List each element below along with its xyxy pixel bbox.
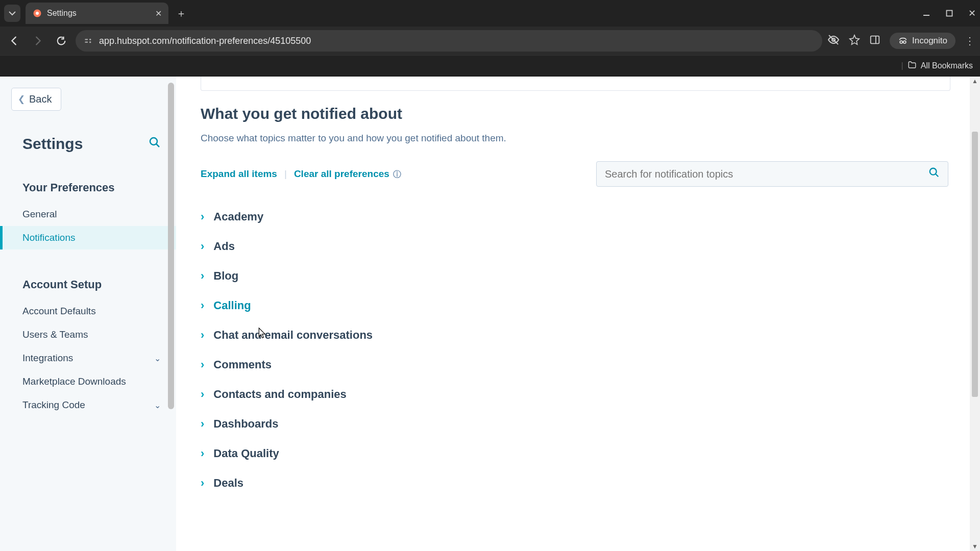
sidebar-item-marketplace-downloads[interactable]: Marketplace Downloads [0, 370, 176, 393]
search-icon[interactable] [928, 167, 940, 181]
svg-line-18 [936, 174, 939, 177]
search-input[interactable] [605, 168, 928, 180]
action-row: Expand all items | Clear all preferences… [201, 161, 948, 187]
topic-list: › Academy › Ads › Blog › Calling › Chat … [201, 202, 954, 498]
forward-nav-icon[interactable] [29, 32, 47, 50]
chevron-right-icon: › [201, 417, 204, 431]
svg-point-12 [900, 41, 902, 43]
sidebar-item-general[interactable]: General [0, 203, 176, 226]
account-setup-header: Account Setup [0, 278, 176, 291]
sidebar-item-account-defaults[interactable]: Account Defaults [0, 299, 176, 323]
sidebar-item-label: Users & Teams [22, 329, 88, 340]
svg-rect-3 [947, 11, 952, 16]
chevron-right-icon: › [201, 477, 204, 490]
svg-rect-5 [85, 42, 88, 43]
chevron-down-icon: ⌄ [154, 354, 161, 363]
side-panel-icon[interactable] [869, 34, 880, 47]
new-tab-button[interactable]: ＋ [173, 5, 190, 22]
topic-contacts-companies[interactable]: › Contacts and companies [201, 380, 954, 409]
hide-eye-icon[interactable] [827, 34, 840, 48]
page-subheading: Choose what topics matter to you and how… [201, 133, 954, 144]
sidebar-item-users-teams[interactable]: Users & Teams [0, 323, 176, 346]
chevron-right-icon: › [201, 299, 204, 312]
main-scrollbar[interactable]: ▲ ▼ [970, 77, 980, 551]
tab-title: Settings [47, 9, 148, 18]
settings-title: Settings [22, 135, 83, 153]
chevron-right-icon: › [201, 329, 204, 342]
expand-all-link[interactable]: Expand all items [201, 168, 277, 180]
topic-academy[interactable]: › Academy [201, 202, 954, 232]
topic-label: Dashboards [213, 417, 278, 431]
chevron-down-icon: ⌄ [154, 400, 161, 410]
minimize-icon[interactable] [922, 9, 930, 17]
window-controls: ✕ [922, 0, 976, 27]
topic-label: Blog [213, 269, 238, 283]
topic-label: Calling [213, 299, 251, 312]
browser-tab[interactable]: Settings ✕ [26, 3, 168, 24]
bookmarks-bar: | All Bookmarks [0, 55, 980, 77]
topic-label: Comments [213, 358, 272, 371]
topic-dashboards[interactable]: › Dashboards [201, 409, 954, 439]
bookmark-star-icon[interactable] [849, 34, 860, 47]
main-content: What you get notified about Choose what … [176, 77, 980, 551]
browser-menu-icon[interactable]: ⋮ [965, 35, 975, 47]
omnibox[interactable]: app.hubspot.com/notification-preferences… [76, 30, 822, 52]
topic-calling[interactable]: › Calling [201, 291, 954, 320]
sidebar-item-tracking-code[interactable]: Tracking Code ⌄ [0, 393, 176, 417]
topic-label: Academy [213, 210, 263, 223]
all-bookmarks-link[interactable]: All Bookmarks [921, 61, 973, 70]
chevron-right-icon: › [201, 388, 204, 401]
hubspot-favicon-icon [33, 9, 42, 18]
topic-comments[interactable]: › Comments [201, 350, 954, 380]
browser-chrome: Settings ✕ ＋ ✕ app.hubspot.com/notificat… [0, 0, 980, 77]
reload-icon[interactable] [52, 32, 70, 50]
url-text: app.hubspot.com/notification-preferences… [99, 36, 311, 46]
svg-point-7 [89, 41, 91, 43]
settings-sidebar: ❮ Back Settings Your Preferences General… [0, 77, 176, 551]
sidebar-item-integrations[interactable]: Integrations ⌄ [0, 346, 176, 370]
topic-chat-email[interactable]: › Chat and email conversations [201, 320, 954, 350]
your-preferences-header: Your Preferences [0, 181, 176, 194]
chevron-right-icon: › [201, 358, 204, 371]
chevron-right-icon: › [201, 269, 204, 283]
svg-point-15 [150, 138, 157, 145]
topic-ads[interactable]: › Ads [201, 232, 954, 261]
topic-deals[interactable]: › Deals [201, 468, 954, 498]
divider: | [284, 168, 287, 180]
topic-label: Ads [213, 240, 235, 253]
bookmarks-folder-icon[interactable] [908, 60, 917, 71]
topic-label: Contacts and companies [213, 388, 346, 401]
search-box[interactable] [596, 161, 948, 187]
svg-point-13 [903, 41, 906, 43]
incognito-label: Incognito [912, 36, 947, 46]
back-nav-icon[interactable] [5, 32, 23, 50]
topic-label: Chat and email conversations [213, 329, 373, 342]
search-icon[interactable] [149, 136, 161, 152]
sidebar-item-label: Account Defaults [22, 306, 96, 317]
site-settings-icon[interactable] [84, 36, 93, 45]
svg-line-16 [156, 144, 159, 147]
chevron-left-icon: ❮ [18, 94, 25, 105]
sidebar-item-label: General [22, 209, 57, 220]
sidebar-item-notifications[interactable]: Notifications [0, 226, 176, 249]
page-heading: What you get notified about [201, 105, 954, 122]
clear-all-link[interactable]: Clear all preferences ⓘ [294, 168, 401, 180]
incognito-icon [898, 36, 908, 46]
svg-point-1 [36, 12, 39, 15]
topic-label: Data Quality [213, 447, 279, 460]
sidebar-item-label: Marketplace Downloads [22, 376, 126, 387]
clear-all-label: Clear all preferences [294, 168, 389, 179]
sidebar-item-label: Notifications [22, 232, 76, 243]
topic-data-quality[interactable]: › Data Quality [201, 439, 954, 468]
maximize-icon[interactable] [946, 10, 953, 17]
incognito-badge[interactable]: Incognito [890, 33, 955, 49]
sidebar-item-label: Tracking Code [22, 399, 85, 411]
tab-search-dropdown[interactable] [4, 5, 20, 22]
sidebar-scrollbar[interactable] [166, 80, 176, 551]
back-button[interactable]: ❮ Back [11, 88, 61, 111]
chevron-right-icon: › [201, 240, 204, 253]
close-tab-icon[interactable]: ✕ [153, 8, 163, 18]
topic-label: Deals [213, 477, 243, 490]
close-window-icon[interactable]: ✕ [968, 8, 976, 19]
topic-blog[interactable]: › Blog [201, 261, 954, 291]
